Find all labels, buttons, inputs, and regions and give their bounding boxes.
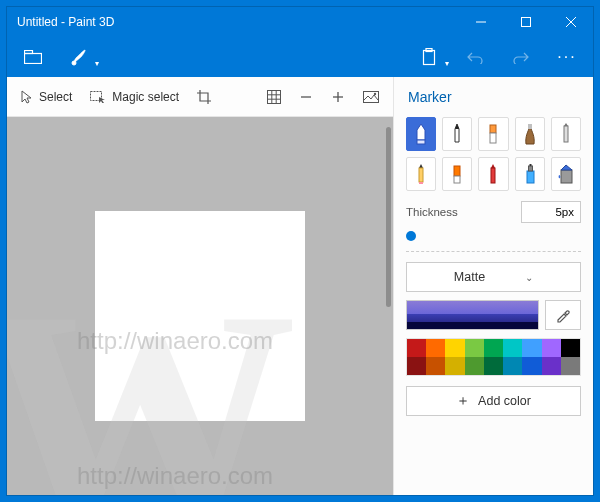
canvas[interactable]	[95, 211, 305, 421]
svg-rect-23	[528, 124, 532, 129]
plus-icon: ＋	[456, 392, 470, 410]
app-window: Untitled - Paint 3D ▾ ▾ ··	[6, 6, 594, 496]
window-title: Untitled - Paint 3D	[7, 15, 458, 29]
svg-rect-18	[364, 91, 379, 102]
brush-marker[interactable]	[406, 117, 436, 151]
thickness-slider[interactable]	[406, 231, 581, 241]
crop-button[interactable]	[189, 81, 219, 113]
sidebar-title: Marker	[406, 87, 581, 109]
zoom-out-button[interactable]	[291, 81, 321, 113]
add-color-label: Add color	[478, 394, 531, 408]
color-swatch[interactable]	[465, 339, 484, 357]
maximize-button[interactable]	[503, 7, 548, 37]
svg-rect-20	[417, 140, 425, 144]
menu-paste-button[interactable]: ▾	[411, 42, 447, 72]
svg-rect-25	[419, 168, 423, 182]
magic-select-button[interactable]: Magic select	[82, 81, 187, 113]
brush-oil[interactable]	[478, 117, 508, 151]
zoom-in-button[interactable]	[323, 81, 353, 113]
brush-pencil[interactable]	[406, 157, 436, 191]
svg-rect-22	[490, 133, 496, 143]
svg-rect-29	[491, 168, 495, 183]
color-swatch[interactable]	[407, 339, 426, 357]
minimize-button[interactable]	[458, 7, 503, 37]
svg-rect-32	[529, 164, 531, 166]
add-color-button[interactable]: ＋ Add color	[406, 386, 581, 416]
finish-dropdown[interactable]: Matte ⌄	[406, 262, 581, 292]
color-swatch[interactable]	[445, 357, 464, 375]
svg-rect-5	[25, 51, 33, 54]
color-swatch[interactable]	[484, 357, 503, 375]
color-swatch[interactable]	[542, 339, 561, 357]
brush-fill[interactable]	[551, 157, 581, 191]
canvas-viewport[interactable]: W http://winaero.com http://winaero.com	[7, 117, 393, 495]
current-color-swatch[interactable]	[406, 300, 539, 330]
svg-rect-10	[268, 90, 281, 103]
chevron-down-icon: ▾	[95, 59, 99, 68]
thickness-input[interactable]	[521, 201, 581, 223]
color-swatch[interactable]	[561, 357, 580, 375]
thickness-row: Thickness	[406, 201, 581, 223]
svg-rect-7	[424, 51, 435, 65]
brush-eraser[interactable]	[442, 157, 472, 191]
color-swatch[interactable]	[522, 357, 541, 375]
brush-spray[interactable]	[515, 157, 545, 191]
svg-rect-28	[454, 176, 460, 183]
watermark-text: http://winaero.com	[77, 462, 273, 490]
select-label: Select	[39, 90, 72, 104]
brush-crayon[interactable]	[478, 157, 508, 191]
menu-more-button[interactable]: ···	[549, 42, 585, 72]
divider	[406, 251, 581, 252]
color-swatch[interactable]	[426, 357, 445, 375]
brush-calligraphy[interactable]	[442, 117, 472, 151]
brush-pen[interactable]	[551, 117, 581, 151]
brush-sidebar: Marker	[393, 77, 593, 495]
color-swatch[interactable]	[465, 357, 484, 375]
svg-point-6	[72, 61, 76, 65]
color-swatch[interactable]	[445, 339, 464, 357]
view-button[interactable]	[355, 81, 387, 113]
color-swatch[interactable]	[542, 357, 561, 375]
menu-file-button[interactable]	[15, 42, 51, 72]
menubar: ▾ ▾ ···	[7, 37, 593, 77]
content-area: Select Magic select	[7, 77, 593, 495]
svg-rect-31	[528, 166, 532, 171]
brush-watercolor[interactable]	[515, 117, 545, 151]
menu-undo-button[interactable]	[457, 42, 493, 72]
workspace: Select Magic select	[7, 77, 393, 495]
svg-rect-21	[490, 125, 496, 133]
svg-rect-30	[527, 171, 534, 183]
magic-select-label: Magic select	[112, 90, 179, 104]
svg-rect-24	[564, 126, 568, 142]
svg-rect-26	[419, 182, 423, 184]
color-swatch[interactable]	[503, 339, 522, 357]
svg-point-19	[374, 92, 376, 94]
canvas-toolbar: Select Magic select	[7, 77, 393, 117]
select-tool-button[interactable]: Select	[13, 81, 80, 113]
chevron-down-icon: ⌄	[525, 272, 533, 283]
titlebar: Untitled - Paint 3D	[7, 7, 593, 37]
color-palette	[406, 338, 581, 376]
color-swatch[interactable]	[522, 339, 541, 357]
current-color-row	[406, 300, 581, 330]
brush-picker	[406, 117, 581, 191]
svg-rect-1	[521, 18, 530, 27]
color-swatch[interactable]	[561, 339, 580, 357]
chevron-down-icon: ▾	[445, 59, 449, 68]
finish-label: Matte	[454, 270, 485, 284]
vertical-scrollbar[interactable]	[386, 127, 391, 307]
svg-rect-33	[561, 170, 572, 183]
grid-button[interactable]	[259, 81, 289, 113]
menu-redo-button[interactable]	[503, 42, 539, 72]
close-button[interactable]	[548, 7, 593, 37]
color-swatch[interactable]	[426, 339, 445, 357]
color-swatch[interactable]	[484, 339, 503, 357]
svg-rect-27	[454, 166, 460, 176]
eyedropper-button[interactable]	[545, 300, 581, 330]
menu-brushes-button[interactable]: ▾	[61, 42, 97, 72]
svg-rect-4	[25, 54, 42, 64]
thickness-label: Thickness	[406, 206, 458, 218]
color-swatch[interactable]	[407, 357, 426, 375]
slider-thumb[interactable]	[406, 231, 416, 241]
color-swatch[interactable]	[503, 357, 522, 375]
